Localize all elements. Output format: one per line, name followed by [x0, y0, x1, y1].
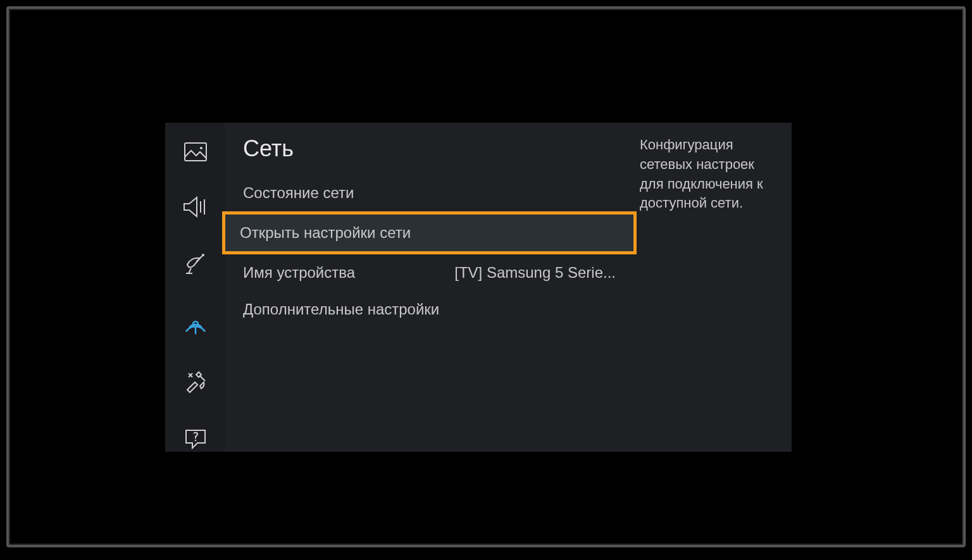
- sidebar-item-broadcast[interactable]: [182, 252, 209, 278]
- menu-item-label: Дополнительные настройки: [243, 301, 439, 318]
- tv-frame: Сеть Состояние сети Открыть настройки се…: [6, 6, 966, 547]
- sidebar-item-system[interactable]: [182, 370, 209, 396]
- sidebar-item-sound[interactable]: [182, 196, 209, 220]
- menu-item-value: [TV] Samsung 5 Serie...: [454, 264, 616, 282]
- network-icon: [183, 310, 208, 338]
- svg-line-4: [196, 256, 202, 262]
- menu-item-label: Имя устройства: [243, 264, 355, 282]
- menu-item-device-name[interactable]: Имя устройства [TV] Samsung 5 Serie...: [225, 254, 633, 291]
- menu-list: Состояние сети Открыть настройки сети Им…: [225, 175, 633, 328]
- settings-sidebar: [165, 123, 225, 452]
- svg-point-1: [200, 147, 202, 149]
- sidebar-item-support[interactable]: [182, 428, 209, 452]
- tools-icon: [184, 370, 208, 396]
- svg-line-6: [189, 268, 191, 273]
- sidebar-item-picture[interactable]: [182, 142, 209, 165]
- menu-item-open-network-settings[interactable]: Открыть настройки сети: [222, 211, 637, 254]
- svg-point-5: [202, 254, 204, 256]
- sound-icon: [183, 196, 208, 220]
- description-text: Конфигурация сетевых настроек для подклю…: [640, 135, 780, 213]
- svg-point-10: [194, 440, 196, 441]
- sidebar-item-network[interactable]: [182, 310, 209, 338]
- menu-item-label: Состояние сети: [243, 184, 354, 202]
- settings-panel: Сеть Состояние сети Открыть настройки се…: [165, 123, 792, 452]
- svg-rect-0: [185, 143, 206, 161]
- picture-icon: [184, 142, 208, 165]
- satellite-icon: [184, 252, 208, 278]
- section-title: Сеть: [225, 129, 633, 175]
- tv-screen: Сеть Состояние сети Открыть настройки се…: [16, 16, 956, 537]
- menu-item-network-status[interactable]: Состояние сети: [225, 175, 633, 211]
- description-panel: Конфигурация сетевых настроек для подклю…: [633, 123, 792, 452]
- support-icon: [184, 428, 208, 452]
- menu-item-expert-settings[interactable]: Дополнительные настройки: [225, 291, 633, 328]
- menu-item-label: Открыть настройки сети: [240, 224, 411, 242]
- settings-main: Сеть Состояние сети Открыть настройки се…: [225, 123, 633, 452]
